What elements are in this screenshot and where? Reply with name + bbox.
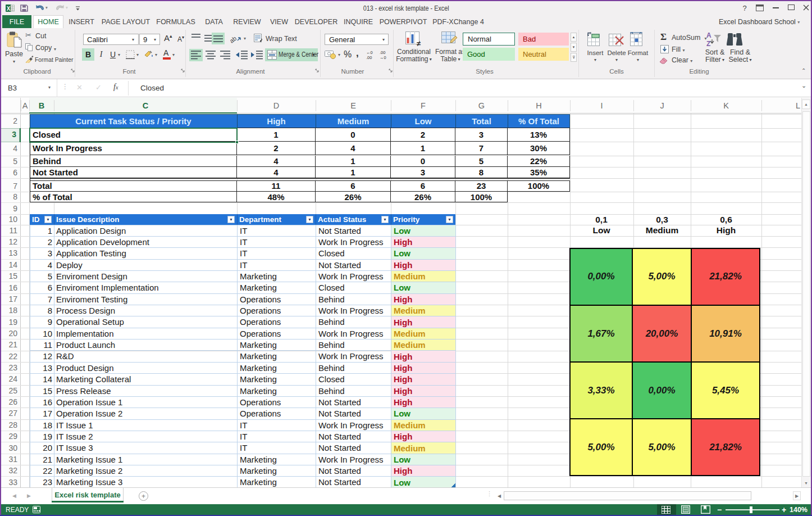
svg-text:X: X (7, 6, 11, 12)
svg-text:.00: .00 (366, 55, 372, 60)
svg-text:→0: →0 (380, 55, 386, 60)
svg-text:≠: ≠ (417, 39, 421, 47)
svg-text:←0: ←0 (366, 50, 373, 55)
svg-text:Z: Z (706, 40, 710, 47)
svg-text:ab: ab (230, 35, 238, 44)
svg-text:A: A (706, 31, 711, 39)
svg-text:.00: .00 (380, 50, 385, 55)
